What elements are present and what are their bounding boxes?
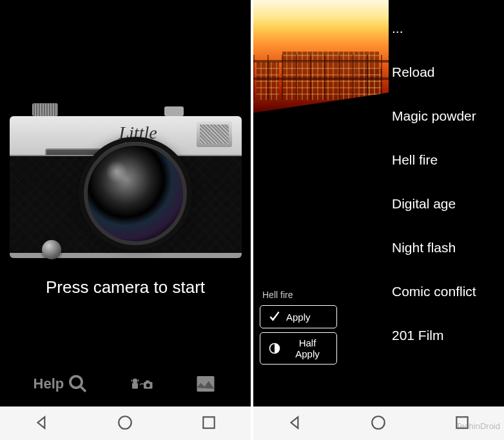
back-icon [287, 414, 304, 431]
half-apply-button-label: Half Apply [286, 337, 329, 359]
help-button[interactable]: Help [34, 372, 90, 395]
android-camera-icon [130, 372, 153, 395]
watermark: TechinDroid [456, 421, 500, 431]
camera-lens [84, 142, 187, 245]
svg-rect-3 [131, 379, 133, 381]
nav-back-button[interactable] [287, 414, 304, 434]
svg-rect-6 [146, 381, 150, 383]
filter-list[interactable]: ... Reload Magic powder Hell fire Digita… [388, 6, 498, 357]
filter-item-more[interactable]: ... [388, 6, 498, 50]
filter-item-night-flash[interactable]: Night flash [388, 226, 498, 270]
svg-point-12 [373, 416, 385, 429]
half-apply-button[interactable]: Half Apply [260, 332, 337, 365]
gallery-icon [194, 372, 217, 395]
railing-graphic [253, 55, 389, 100]
home-icon [370, 414, 387, 431]
filter-preview-image[interactable] [253, 0, 389, 113]
filter-item-digital-age[interactable]: Digital age [388, 182, 498, 226]
apply-button-label: Apply [286, 312, 311, 323]
camera-dial [32, 103, 58, 116]
filter-screen-content: ... Reload Magic powder Hell fire Digita… [253, 0, 504, 406]
svg-point-7 [146, 383, 150, 387]
check-icon [268, 310, 281, 323]
start-screen: Little Press camera to start Help [0, 0, 252, 440]
nav-home-button[interactable] [117, 414, 133, 434]
filter-item-201-film[interactable]: 201 Film [388, 314, 498, 357]
half-circle-icon [268, 342, 281, 355]
svg-rect-10 [203, 417, 214, 428]
recent-icon [200, 414, 217, 431]
android-navbar [0, 406, 251, 440]
filter-item-hell-fire[interactable]: Hell fire [388, 138, 498, 182]
svg-point-0 [70, 376, 82, 388]
android-navbar: TechinDroid [253, 406, 504, 440]
camera-container: Little Press camera to start [0, 0, 251, 361]
svg-point-9 [119, 416, 132, 429]
camera-knob [42, 240, 61, 259]
back-icon [34, 414, 50, 431]
svg-rect-2 [132, 383, 138, 389]
bottom-toolbar: Help [0, 361, 251, 406]
android-camera-button[interactable] [130, 372, 153, 395]
svg-rect-8 [197, 376, 215, 392]
svg-point-1 [133, 379, 138, 384]
camera-dial [164, 106, 184, 116]
filter-screen: ... Reload Magic powder Hell fire Digita… [252, 0, 504, 440]
apply-button[interactable]: Apply [260, 305, 337, 328]
help-label: Help [34, 375, 64, 392]
nav-recent-button[interactable] [200, 414, 217, 434]
camera-illustration[interactable]: Little [10, 90, 242, 258]
filter-item-magic-powder[interactable]: Magic powder [388, 94, 498, 138]
nav-home-button[interactable] [370, 414, 387, 434]
gallery-button[interactable] [194, 372, 217, 395]
magnify-icon [66, 372, 90, 395]
current-filter-label: Hell fire [260, 290, 337, 300]
apply-panel: Hell fire Apply Half Apply [260, 290, 337, 365]
filter-item-comic-conflict[interactable]: Comic conflict [388, 270, 498, 314]
instruction-text: Press camera to start [46, 277, 205, 297]
svg-rect-4 [138, 379, 139, 381]
filter-item-reload[interactable]: Reload [388, 50, 498, 94]
home-icon [117, 414, 133, 431]
nav-back-button[interactable] [34, 414, 50, 434]
flash-icon [197, 121, 232, 147]
camera-brand-label: Little [119, 123, 157, 143]
